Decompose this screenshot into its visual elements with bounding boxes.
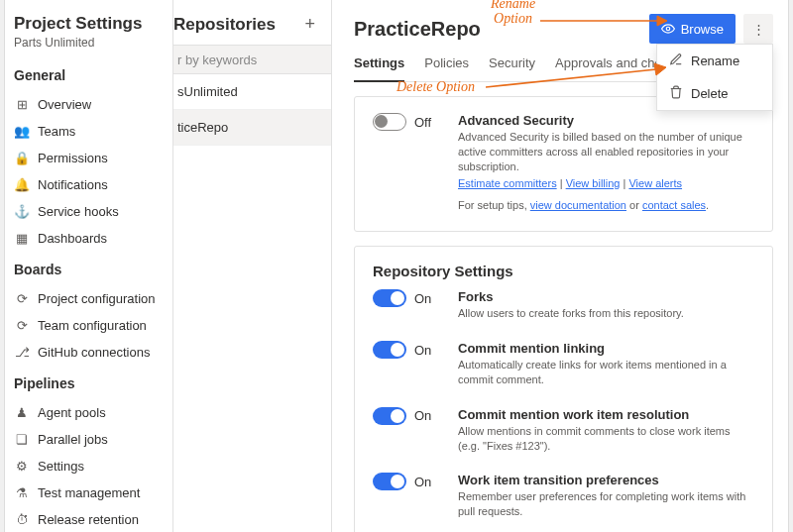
add-repository-button[interactable]: + (298, 14, 321, 35)
test-mgmt-icon: ⚗ (14, 485, 30, 500)
view-billing-link[interactable]: View billing (566, 177, 621, 189)
eye-icon (661, 22, 675, 36)
tab-security[interactable]: Security (489, 48, 535, 81)
repo-list-item[interactable]: ticeRepo (173, 110, 331, 146)
repository-settings-heading: Repository Settings (373, 263, 754, 279)
toggle-state-label: Off (414, 115, 431, 130)
browse-button-label: Browse (681, 22, 724, 37)
repo-search-input[interactable]: r by keywords (173, 45, 331, 74)
sidebar-item-notifications[interactable]: 🔔Notifications (14, 171, 172, 198)
github-icon: ⎇ (14, 345, 30, 360)
tab-settings[interactable]: Settings (354, 48, 404, 82)
setup-tips-suffix: . (706, 199, 709, 211)
work-item-transition-desc: Remember user preferences for completing… (458, 489, 754, 519)
setup-tips-mid: or (626, 199, 642, 211)
toggle-state-label: On (414, 291, 431, 306)
delete-label: Delete (691, 86, 729, 101)
permissions-icon: 🔒 (14, 151, 30, 165)
sidebar-item-label: Dashboards (38, 231, 107, 246)
kebab-icon: ⋮ (752, 22, 765, 37)
sidebar-item-label: GitHub connections (38, 345, 150, 360)
advanced-security-desc: Advanced Security is billed based on the… (458, 130, 754, 174)
sidebar-item-parallel-jobs[interactable]: ❏Parallel jobs (14, 426, 172, 453)
sidebar-item-permissions[interactable]: 🔒Permissions (14, 145, 172, 171)
delete-menu-item[interactable]: Delete (657, 77, 772, 110)
release-retention-icon: ⏱ (14, 512, 30, 527)
view-documentation-link[interactable]: view documentation (530, 199, 626, 211)
repo-item-label: ticeRepo (177, 120, 228, 135)
sidebar-item-release-retention[interactable]: ⏱Release retention (14, 506, 172, 532)
notifications-icon: 🔔 (14, 177, 30, 192)
sidebar-item-label: Settings (38, 459, 84, 474)
sidebar-item-label: Agent pools (38, 405, 106, 420)
project-config-icon: ⟳ (14, 291, 30, 306)
parallel-jobs-icon: ❏ (14, 432, 30, 447)
forks-desc: Allow users to create forks from this re… (458, 306, 754, 321)
repo-actions-menu: Rename Delete (656, 44, 773, 111)
svg-point-0 (666, 27, 670, 31)
browse-button[interactable]: Browse (649, 14, 736, 44)
commit-mention-resolution-toggle[interactable] (373, 407, 406, 425)
sidebar-item-label: Release retention (38, 512, 139, 527)
sidebar-item-label: Project configuration (38, 291, 156, 306)
tab-policies[interactable]: Policies (424, 48, 469, 81)
sidebar-item-label: Test management (38, 485, 140, 500)
sidebar-item-label: Notifications (38, 177, 108, 192)
repositories-heading: Repositories (173, 15, 276, 35)
rename-label: Rename (691, 53, 739, 68)
sidebar-item-label: Parallel jobs (38, 432, 108, 447)
commit-mention-linking-title: Commit mention linking (458, 341, 754, 356)
commit-mention-resolution-desc: Allow mentions in commit comments to clo… (458, 424, 754, 454)
view-alerts-link[interactable]: View alerts (628, 177, 682, 189)
sidebar-item-label: Team configuration (38, 318, 147, 333)
commit-mention-linking-toggle[interactable] (373, 341, 406, 359)
sidebar-item-teams[interactable]: 👥Teams (14, 118, 172, 145)
settings-icon: ⚙ (14, 459, 30, 474)
commit-mention-resolution-title: Commit mention work item resolution (458, 407, 754, 422)
team-config-icon: ⟳ (14, 318, 30, 333)
sidebar-subtitle: Parts Unlimited (14, 36, 172, 50)
repositories-panel: Repositories + r by keywords sUnlimited … (173, 0, 332, 532)
repository-settings-card: Repository Settings On Forks Allow users… (354, 246, 773, 532)
repo-list-item[interactable]: sUnlimited (173, 74, 331, 110)
sidebar-item-dashboards[interactable]: ▦Dashboards (14, 225, 172, 252)
agent-pools-icon: ♟ (14, 405, 30, 420)
repo-title: PracticeRepo (354, 18, 481, 41)
sidebar-title: Project Settings (14, 14, 172, 34)
sidebar-item-label: Service hooks (38, 204, 119, 219)
work-item-transition-toggle[interactable] (373, 473, 406, 490)
project-settings-sidebar: Project Settings Parts Unlimited General… (0, 0, 173, 532)
sidebar-item-label: Overview (38, 97, 91, 112)
sidebar-item-overview[interactable]: ⊞Overview (14, 91, 172, 118)
rename-icon (669, 53, 683, 69)
dashboards-icon: ▦ (14, 231, 30, 246)
more-actions-button[interactable]: ⋮ (743, 14, 773, 44)
search-placeholder-text: r by keywords (177, 53, 257, 67)
trash-icon (669, 85, 683, 102)
contact-sales-link[interactable]: contact sales (642, 199, 706, 211)
sidebar-item-team-config[interactable]: ⟳Team configuration (14, 312, 172, 339)
sidebar-item-settings[interactable]: ⚙Settings (14, 453, 172, 479)
work-item-transition-title: Work item transition preferences (458, 473, 754, 487)
sidebar-group-general: General (14, 67, 172, 83)
main-content: PracticeRepo Browse ⋮ Settings Policies … (332, 0, 793, 532)
sidebar-item-test-management[interactable]: ⚗Test management (14, 479, 172, 506)
estimate-committers-link[interactable]: Estimate committers (458, 177, 557, 189)
forks-title: Forks (458, 289, 754, 304)
repo-item-label: sUnlimited (177, 84, 238, 99)
overview-icon: ⊞ (14, 97, 30, 112)
sidebar-group-boards: Boards (14, 262, 172, 277)
toggle-state-label: On (414, 475, 431, 489)
sidebar-item-project-config[interactable]: ⟳Project configuration (14, 285, 172, 312)
sidebar-item-agent-pools[interactable]: ♟Agent pools (14, 399, 172, 426)
sidebar-item-github-connections[interactable]: ⎇GitHub connections (14, 339, 172, 366)
teams-icon: 👥 (14, 124, 30, 139)
sidebar-item-service-hooks[interactable]: ⚓Service hooks (14, 198, 172, 225)
rename-menu-item[interactable]: Rename (657, 45, 772, 77)
sidebar-item-label: Teams (38, 124, 75, 139)
setup-tips-prefix: For setup tips, (458, 199, 530, 211)
advanced-security-title: Advanced Security (458, 113, 754, 128)
advanced-security-toggle[interactable] (373, 113, 406, 131)
sidebar-group-pipelines: Pipelines (14, 375, 172, 391)
forks-toggle[interactable] (373, 289, 406, 307)
